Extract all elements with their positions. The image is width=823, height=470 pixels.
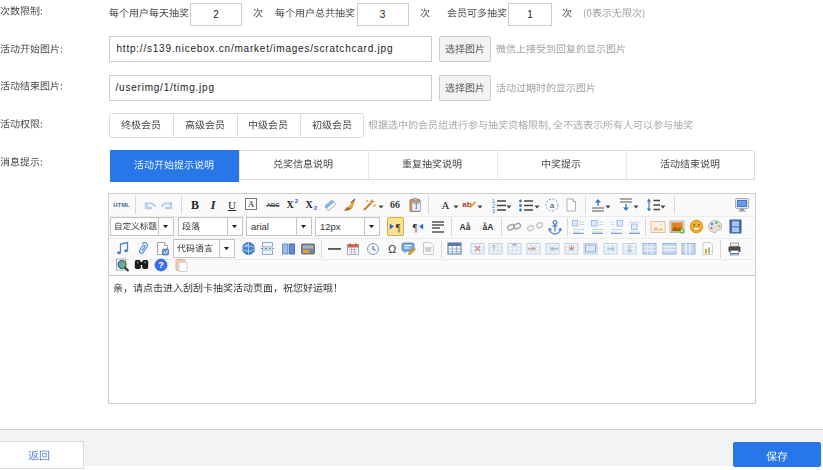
svg-text:W: W: [424, 246, 431, 253]
svg-text:T: T: [414, 202, 419, 211]
svg-text:?: ?: [158, 260, 164, 270]
svg-text:¶: ¶: [395, 222, 400, 233]
svg-text:¶: ¶: [412, 222, 417, 233]
svg-text:T: T: [492, 243, 496, 250]
svg-text:a: a: [550, 201, 555, 210]
svg-text:3: 3: [492, 208, 495, 213]
